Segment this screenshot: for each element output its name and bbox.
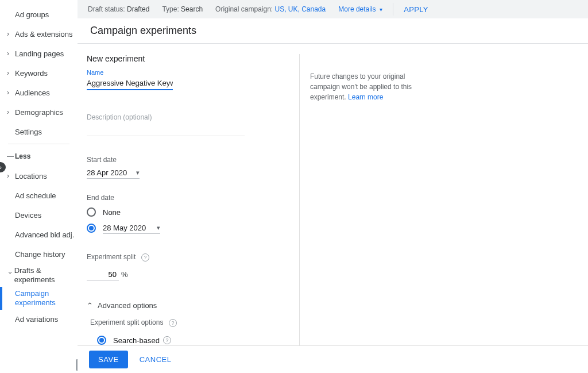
sidebar-item-audiences[interactable]: › Audiences (0, 83, 78, 102)
sidebar-item-label: Drafts & experiments (14, 266, 78, 284)
sidebar-item-demographics[interactable]: › Demographics (0, 102, 78, 122)
sidebar-item-label: Advanced bid adj. (15, 230, 74, 239)
split-options-label: Experiment split options (90, 318, 163, 326)
description-label: Description (optional) (87, 113, 293, 121)
cancel-button[interactable]: CANCEL (140, 355, 172, 364)
original-campaign-link[interactable]: US, UK, Canada (275, 5, 326, 13)
help-icon[interactable]: ? (163, 336, 171, 344)
sidebar-item-ad-schedule[interactable]: › Ad schedule (0, 186, 78, 205)
radio-label: None (103, 208, 121, 217)
radio-icon (87, 207, 96, 217)
sidebar-item-label: Ad schedule (15, 191, 56, 200)
chevron-right-icon: › (7, 30, 15, 38)
end-date-label: End date (87, 194, 293, 202)
sidebar-less-label: Less (15, 152, 30, 160)
form-heading: New experiment (87, 54, 293, 63)
sidebar-item-label: Ad variations (15, 315, 58, 324)
end-date-picker[interactable]: 28 May 2020 ▾ (103, 222, 160, 234)
sidebar-item-label: Landing pages (15, 49, 64, 58)
sidebar-item-landing-pages[interactable]: › Landing pages (0, 44, 78, 63)
sidebar-item-label: Audiences (15, 89, 50, 97)
sidebar-item-label: Demographics (15, 108, 63, 117)
experiment-form: New experiment Name Description (optiona… (87, 54, 293, 345)
chevron-right-icon: › (7, 172, 15, 180)
sidebar: › Ad groups › Ads & extensions › Landing… (0, 0, 78, 373)
radio-label: Search-based (113, 336, 160, 345)
save-button[interactable]: SAVE (89, 351, 128, 368)
minus-icon: — (7, 152, 15, 160)
sidebar-item-label: Change history (15, 250, 65, 259)
start-date-label: Start date (87, 156, 293, 164)
type: Type: Search (162, 5, 203, 13)
start-date-picker[interactable]: 28 Apr 2020 ▾ (87, 167, 140, 179)
help-icon[interactable]: ? (169, 319, 177, 327)
sidebar-item-locations[interactable]: › Locations (0, 166, 78, 186)
sidebar-item-campaign-experiments[interactable]: Campaign experiments (0, 287, 78, 310)
sidebar-collapse[interactable]: — Less (0, 147, 78, 166)
sidebar-item-settings[interactable]: › Settings (0, 122, 78, 141)
radio-checked-icon (87, 224, 96, 233)
sidebar-item-label: Keywords (15, 69, 48, 78)
footer-actions: SAVE CANCEL (78, 345, 588, 373)
sidebar-item-ad-variations[interactable]: Ad variations (0, 310, 78, 328)
topbar: Draft status: Drafted Type: Search Origi… (78, 0, 588, 18)
original-campaign: Original campaign: US, UK, Canada (215, 5, 326, 13)
page-header: Campaign experiments (78, 18, 588, 44)
sidebar-item-label: Ad groups (15, 10, 49, 19)
split-input[interactable] (87, 269, 119, 280)
learn-more-link[interactable]: Learn more (348, 93, 383, 101)
chevron-down-icon: ▾ (380, 6, 382, 13)
main-content: New experiment Name Description (optiona… (78, 44, 588, 345)
description-input[interactable] (87, 122, 245, 136)
sidebar-item-ads-extensions[interactable]: › Ads & extensions (0, 24, 78, 44)
chevron-right-icon: › (7, 108, 15, 116)
percent-unit: % (121, 270, 128, 279)
sidebar-item-ad-groups[interactable]: › Ad groups (0, 5, 78, 24)
name-label: Name (87, 69, 293, 76)
chevron-right-icon: › (7, 89, 15, 97)
experiment-name-input[interactable] (87, 77, 173, 90)
sidebar-item-drafts-experiments[interactable]: › Drafts & experiments (0, 264, 78, 287)
draft-status: Draft status: Drafted (88, 5, 149, 13)
sidebar-item-label: Locations (15, 172, 47, 180)
chevron-down-icon: ▾ (157, 224, 160, 232)
sidebar-item-keywords[interactable]: › Keywords (0, 63, 78, 83)
sidebar-item-label: Campaign experiments (15, 289, 67, 307)
chevron-up-icon: ⌃ (87, 301, 93, 310)
chevron-down-icon: › (6, 272, 14, 279)
sidebar-item-change-history[interactable]: › Change history (0, 244, 78, 264)
sidebar-item-label: Ads & extensions (15, 30, 72, 39)
advanced-options-toggle[interactable]: ⌃ Advanced options (87, 301, 293, 310)
sidebar-item-devices[interactable]: › Devices (0, 205, 78, 225)
more-details-toggle[interactable]: More details ▾ (338, 5, 382, 13)
apply-button[interactable]: APPLY (404, 5, 428, 14)
divider (8, 144, 69, 144)
help-icon[interactable]: ? (141, 253, 149, 262)
radio-checked-icon (97, 336, 106, 345)
divider (393, 3, 393, 16)
page-title: Campaign experiments (90, 25, 196, 37)
end-date-value-radio[interactable]: 28 May 2020 ▾ (87, 222, 293, 234)
sidebar-item-advanced-bid[interactable]: › Advanced bid adj. (0, 225, 78, 244)
chevron-right-icon: › (7, 49, 15, 57)
end-date-none-radio[interactable]: None (87, 207, 293, 217)
sidebar-item-label: Devices (15, 211, 41, 220)
chevron-right-icon: › (7, 69, 15, 77)
split-label: Experiment split (87, 253, 136, 261)
sidebar-item-label: Settings (15, 128, 42, 136)
chevron-down-icon: ▾ (136, 169, 140, 176)
info-panel: Future changes to your original campaign… (299, 54, 414, 345)
search-based-radio[interactable]: Search-based ? (97, 336, 293, 345)
